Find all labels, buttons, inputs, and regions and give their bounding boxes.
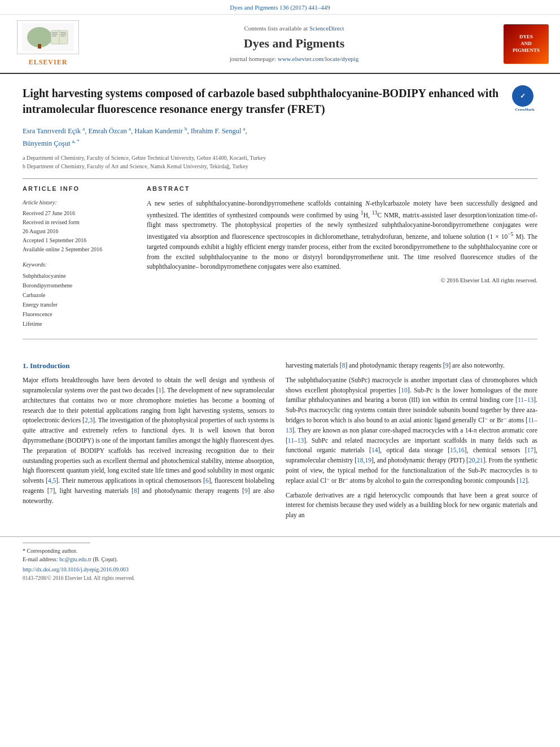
sciencedirect-link[interactable]: ScienceDirect	[309, 25, 344, 32]
article-info-panel: ARTICLE INFO Article history: Received 2…	[23, 185, 135, 329]
elsevier-logo-img	[23, 25, 73, 50]
svg-rect-8	[60, 32, 66, 33]
abstract-text: A new series of subphthalocyanine–borond…	[147, 199, 537, 272]
issn-text: 0143-7208/© 2016 Elsevier Ltd. All right…	[23, 575, 537, 582]
article-info-abstract: ARTICLE INFO Article history: Received 2…	[23, 185, 537, 329]
journal-contents-text: Contents lists available at ScienceDirec…	[85, 24, 504, 33]
doi-link[interactable]: http://dx.doi.org/10.1016/j.dyepig.2016.…	[23, 566, 537, 574]
keywords-list: Subphthalocyanine Borondipyrromethene Ca…	[23, 271, 135, 329]
svg-rect-5	[52, 32, 58, 33]
keywords-label: Keywords:	[23, 261, 135, 269]
abstract-panel: ABSTRACT A new series of subphthalocyani…	[147, 185, 537, 329]
svg-rect-2	[38, 44, 41, 49]
elsevier-brand-text: ELSEVIER	[29, 58, 68, 67]
article-info-title: ARTICLE INFO	[23, 185, 135, 193]
intro-paragraph-3: The subphthalocyanine (SubPc) macrocycle…	[286, 375, 537, 486]
body-content: 1. Introduction Major efforts breakthrou…	[0, 361, 560, 536]
abstract-title: ABSTRACT	[147, 185, 537, 193]
journal-header: ELSEVIER Contents lists available at Sci…	[0, 15, 560, 74]
copyright-notice: © 2016 Elsevier Ltd. All rights reserved…	[147, 277, 537, 285]
svg-rect-7	[52, 36, 56, 37]
journal-homepage-link[interactable]: www.elsevier.com/locate/dyepig	[278, 55, 358, 62]
journal-center-info: Contents lists available at ScienceDirec…	[85, 24, 504, 64]
section-divider	[23, 339, 537, 339]
journal-reference: Dyes and Pigments 136 (2017) 441–449	[0, 0, 560, 15]
journal-badge: DYESANDPIGMENTS	[504, 24, 549, 64]
affiliations: a Department of Chemistry, Faculty of Sc…	[23, 154, 537, 171]
intro-heading: 1. Introduction	[23, 361, 274, 371]
footnote-divider	[23, 543, 90, 543]
svg-rect-9	[60, 34, 66, 35]
elsevier-logo: ELSEVIER	[11, 20, 85, 67]
journal-homepage: journal homepage: www.elsevier.com/locat…	[85, 55, 504, 63]
corresponding-email-link[interactable]: bc@gtu.edu.tr	[59, 556, 91, 562]
crossmark-badge: ✓ CrossMark	[512, 85, 537, 111]
crossmark-label: CrossMark	[512, 107, 537, 113]
article-history-label: Article history:	[23, 199, 135, 207]
svg-rect-6	[52, 34, 58, 35]
body-left-col: 1. Introduction Major efforts breakthrou…	[23, 361, 274, 525]
intro-paragraph-4: Carbazole derivatives are a rigid hetero…	[286, 491, 537, 521]
affiliation-b: b Department of Chemistry, Faculty of Ar…	[23, 162, 537, 171]
intro-paragraph-1: Major efforts breakthroughs have been de…	[23, 375, 274, 506]
journal-title: Dyes and Pigments	[85, 35, 504, 53]
article-content: Light harvesting systems composed of car…	[0, 74, 560, 361]
corresponding-author-note: * Corresponding author. E-mail address: …	[23, 547, 537, 563]
svg-rect-10	[60, 36, 65, 37]
header-divider	[23, 178, 537, 179]
intro-paragraph-2: harvesting materials [8] and photodynami…	[286, 361, 537, 371]
affiliation-a: a Department of Chemistry, Faculty of Sc…	[23, 154, 537, 162]
authors-line: Esra Tanrıverdi Eçik a, Emrah Özcan a, H…	[23, 125, 537, 148]
footnote-section: * Corresponding author. E-mail address: …	[0, 536, 560, 582]
elsevier-logo-box	[17, 20, 79, 54]
body-right-col: harvesting materials [8] and photodynami…	[286, 361, 537, 525]
article-dates: Received 27 June 2016 Received in revise…	[23, 209, 135, 254]
article-title: Light harvesting systems composed of car…	[23, 85, 537, 117]
